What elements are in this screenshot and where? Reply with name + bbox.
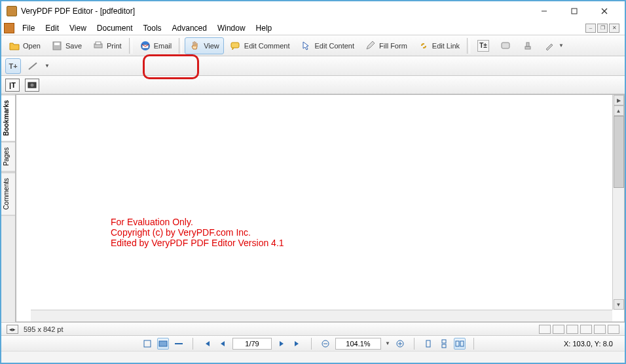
svg-rect-10 [231, 43, 239, 48]
scroll-up-icon[interactable]: ▲ [614, 105, 624, 116]
menu-help[interactable]: Help [251, 22, 278, 34]
note-tool-button[interactable] [495, 37, 516, 54]
last-page-button[interactable] [291, 338, 303, 350]
print-button[interactable]: Print [88, 37, 126, 54]
svg-rect-5 [54, 43, 60, 45]
line-tool-button[interactable] [25, 58, 41, 74]
mdi-restore-button[interactable]: ❐ [597, 24, 608, 33]
tertiary-toolbar: |T [1, 76, 625, 94]
tab-comments[interactable]: Comments [1, 172, 15, 215]
layout-icon-5[interactable] [594, 325, 606, 334]
layout-icon-4[interactable] [580, 325, 592, 334]
menu-bar: File Edit View Document Tools Advanced W… [1, 21, 625, 35]
zoom-in-button[interactable] [394, 338, 406, 350]
edit-link-button[interactable]: Edit Link [413, 37, 464, 54]
pencil-tool-button[interactable]: ▼ [540, 37, 568, 54]
window-title: VeryPDF PDF Editor - [pdfeditor] [21, 7, 529, 16]
continuous-page-button[interactable] [438, 338, 450, 350]
mdi-minimize-button[interactable]: – [585, 24, 596, 33]
vertical-scrollbar[interactable]: ▶ ▲ ▼ [612, 95, 624, 310]
maximize-button[interactable] [559, 1, 589, 21]
email-icon [139, 40, 151, 52]
svg-rect-29 [460, 341, 464, 346]
line-icon [27, 60, 39, 72]
page-view: For Evaluation Only. Copyright (c) by Ve… [43, 95, 612, 310]
mdi-controls: – ❐ ✕ [585, 24, 622, 33]
menu-file[interactable]: File [17, 22, 40, 34]
stamp-tool-button[interactable] [517, 37, 538, 54]
printer-icon [92, 40, 104, 52]
zoom-input[interactable] [335, 338, 381, 350]
pan-arrows-icon[interactable]: ◂▸ [7, 325, 18, 334]
chevron-down-icon[interactable]: ▼ [45, 63, 50, 69]
scroll-down-icon[interactable]: ▼ [614, 299, 624, 310]
svg-rect-11 [502, 43, 509, 48]
link-icon [418, 40, 430, 52]
svg-line-14 [29, 63, 37, 69]
zoom-out-button[interactable] [320, 338, 331, 350]
email-button[interactable]: Email [135, 37, 177, 54]
tab-bookmarks[interactable]: Bookmarks [1, 94, 15, 141]
text-cursor-icon: |T [9, 81, 16, 89]
document-canvas[interactable]: For Evaluation Only. Copyright (c) by Ve… [16, 94, 625, 322]
print-label: Print [107, 42, 122, 50]
nav-separator [311, 338, 312, 350]
layout-icon-2[interactable] [553, 325, 564, 334]
text-tool-button[interactable]: T± [473, 37, 494, 54]
menu-document[interactable]: Document [92, 22, 138, 34]
svg-rect-1 [572, 9, 577, 14]
scroll-thumb[interactable] [614, 116, 624, 188]
open-label: Open [23, 42, 41, 50]
side-tabs: Bookmarks Pages Comments [1, 94, 16, 322]
menu-advanced[interactable]: Advanced [167, 22, 212, 34]
mdi-close-button[interactable]: ✕ [609, 24, 619, 33]
eval-line-2: Copyright (c) by VeryPDF.com Inc. [111, 227, 284, 238]
view-button[interactable]: View [185, 37, 224, 54]
menu-tools[interactable]: Tools [138, 22, 167, 34]
eval-line-3: Edited by VeryPDF PDF Editor Version 4.1 [111, 238, 284, 248]
layout-icon-3[interactable] [566, 325, 578, 334]
scroll-right-icon[interactable]: ▶ [614, 95, 624, 105]
single-page-button[interactable] [422, 338, 434, 350]
edit-link-label: Edit Link [432, 42, 460, 50]
tab-pages[interactable]: Pages [1, 141, 15, 172]
minimize-button[interactable] [529, 1, 559, 21]
close-button[interactable] [589, 1, 619, 21]
horizontal-scrollbar[interactable] [31, 310, 612, 321]
save-button[interactable]: Save [46, 37, 86, 54]
cursor-icon [301, 40, 312, 52]
title-bar: VeryPDF PDF Editor - [pdfeditor] [1, 1, 625, 21]
text-icon: T± [477, 40, 489, 52]
add-text-button[interactable]: T+ [5, 58, 21, 74]
nav-separator [473, 338, 474, 350]
cursor-coordinates: X: 103.0, Y: 8.0 [564, 340, 619, 348]
next-page-button[interactable] [276, 338, 287, 350]
prev-page-button[interactable] [217, 338, 229, 350]
facing-page-button[interactable] [454, 338, 466, 350]
fit-visible-button[interactable] [173, 338, 185, 350]
first-page-button[interactable] [201, 338, 213, 350]
fill-form-label: Fill Form [379, 42, 407, 50]
page-input[interactable] [232, 338, 272, 350]
scroll-track[interactable] [614, 116, 624, 299]
toolbar-separator [179, 38, 182, 54]
fit-width-button[interactable] [157, 338, 169, 350]
svg-rect-25 [426, 340, 430, 347]
note-icon [500, 40, 511, 52]
nav-separator [193, 338, 193, 350]
layout-icon-6[interactable] [608, 325, 619, 334]
dimensions-bar: ◂▸ 595 x 842 pt [1, 322, 625, 335]
text-cursor-button[interactable]: |T [5, 79, 20, 92]
menu-window[interactable]: Window [212, 22, 251, 34]
camera-button[interactable] [25, 79, 39, 92]
edit-comment-button[interactable]: Edit Comment [225, 37, 295, 54]
fit-page-button[interactable] [141, 338, 153, 350]
zoom-dropdown-icon[interactable]: ▼ [385, 340, 390, 346]
edit-content-button[interactable]: Edit Content [296, 37, 359, 54]
menu-view[interactable]: View [64, 22, 92, 34]
layout-icon-1[interactable] [539, 325, 551, 334]
fill-form-button[interactable]: Fill Form [360, 37, 412, 54]
svg-rect-18 [159, 341, 167, 346]
open-button[interactable]: Open [4, 37, 45, 54]
menu-edit[interactable]: Edit [40, 22, 64, 34]
